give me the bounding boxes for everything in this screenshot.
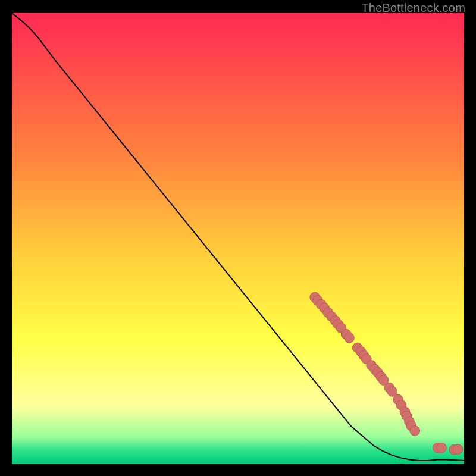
data-point bbox=[410, 426, 420, 436]
data-point bbox=[453, 444, 463, 455]
data-point bbox=[437, 443, 447, 453]
chart-frame: { "header": { "attribution": "TheBottlen… bbox=[0, 0, 476, 476]
chart-svg bbox=[12, 13, 464, 464]
data-point bbox=[345, 333, 355, 343]
